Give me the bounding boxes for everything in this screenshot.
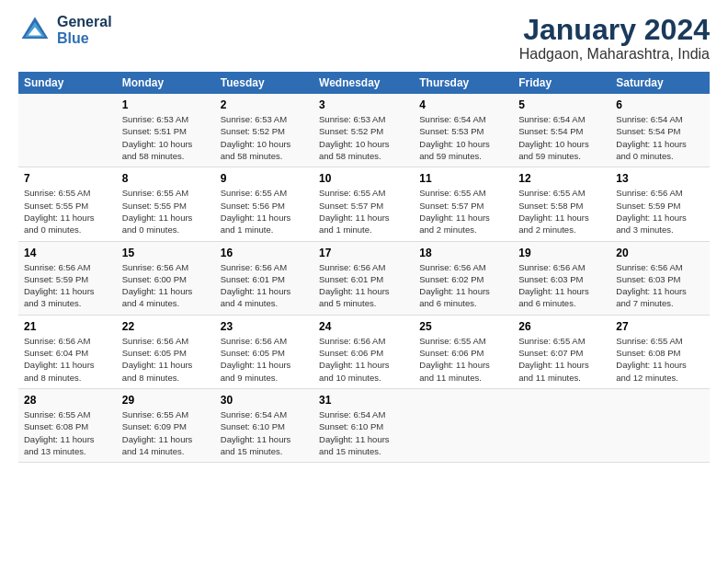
day-number: 14 [24,247,111,259]
day-info: Sunrise: 6:56 AM Sunset: 6:01 PM Dayligh… [221,261,308,310]
day-number: 11 [419,172,507,185]
day-info: Sunrise: 6:55 AM Sunset: 5:55 PM Dayligh… [24,187,111,236]
day-info: Sunrise: 6:56 AM Sunset: 6:02 PM Dayligh… [419,261,507,310]
calendar-cell: 30Sunrise: 6:54 AM Sunset: 6:10 PM Dayli… [215,388,313,462]
day-number: 12 [518,172,605,185]
calendar-cell: 13Sunrise: 6:56 AM Sunset: 5:59 PM Dayli… [610,167,710,241]
day-number: 8 [122,172,210,185]
day-number: 1 [122,98,210,111]
calendar-table: Sunday Monday Tuesday Wednesday Thursday… [18,72,710,463]
calendar-cell [610,388,710,462]
calendar-cell: 18Sunrise: 6:56 AM Sunset: 6:02 PM Dayli… [414,241,513,315]
day-number: 20 [616,247,704,259]
day-number: 25 [419,320,507,333]
calendar-week-3: 14Sunrise: 6:56 AM Sunset: 5:59 PM Dayli… [18,241,710,315]
header-row: Sunday Monday Tuesday Wednesday Thursday… [18,72,710,94]
calendar-cell: 16Sunrise: 6:56 AM Sunset: 6:01 PM Dayli… [215,241,313,315]
calendar-cell: 25Sunrise: 6:55 AM Sunset: 6:06 PM Dayli… [414,315,513,388]
calendar-cell: 29Sunrise: 6:55 AM Sunset: 6:09 PM Dayli… [117,388,215,462]
day-info: Sunrise: 6:53 AM Sunset: 5:51 PM Dayligh… [122,113,210,162]
day-info: Sunrise: 6:56 AM Sunset: 6:04 PM Dayligh… [24,335,111,384]
day-info: Sunrise: 6:55 AM Sunset: 6:09 PM Dayligh… [122,408,210,457]
title-block: January 2024 Hadgaon, Maharashtra, India [519,14,710,63]
calendar-cell: 17Sunrise: 6:56 AM Sunset: 6:01 PM Dayli… [313,241,414,315]
calendar-cell: 12Sunrise: 6:55 AM Sunset: 5:58 PM Dayli… [513,167,610,241]
calendar-week-5: 28Sunrise: 6:55 AM Sunset: 6:08 PM Dayli… [18,388,710,462]
col-friday: Friday [513,72,610,94]
day-info: Sunrise: 6:53 AM Sunset: 5:52 PM Dayligh… [221,113,308,162]
col-saturday: Saturday [610,72,710,94]
day-info: Sunrise: 6:55 AM Sunset: 5:57 PM Dayligh… [319,187,408,236]
day-info: Sunrise: 6:55 AM Sunset: 6:08 PM Dayligh… [616,335,704,384]
calendar-week-2: 7Sunrise: 6:55 AM Sunset: 5:55 PM Daylig… [18,167,710,241]
col-wednesday: Wednesday [313,72,414,94]
day-number: 28 [24,394,111,407]
day-number: 3 [319,98,408,111]
day-number: 19 [518,247,605,259]
day-info: Sunrise: 6:56 AM Sunset: 6:05 PM Dayligh… [221,335,308,384]
calendar-cell: 6Sunrise: 6:54 AM Sunset: 5:54 PM Daylig… [610,94,710,167]
day-info: Sunrise: 6:56 AM Sunset: 5:59 PM Dayligh… [24,261,111,310]
logo: General Blue [18,14,112,47]
calendar-cell: 31Sunrise: 6:54 AM Sunset: 6:10 PM Dayli… [313,388,414,462]
day-number: 6 [616,98,704,111]
day-info: Sunrise: 6:54 AM Sunset: 5:54 PM Dayligh… [518,113,605,162]
day-number: 23 [221,320,308,333]
calendar-cell: 20Sunrise: 6:56 AM Sunset: 6:03 PM Dayli… [610,241,710,315]
day-number: 4 [419,98,507,111]
day-info: Sunrise: 6:56 AM Sunset: 6:05 PM Dayligh… [122,335,210,384]
day-info: Sunrise: 6:54 AM Sunset: 6:10 PM Dayligh… [221,408,308,457]
calendar-cell: 27Sunrise: 6:55 AM Sunset: 6:08 PM Dayli… [610,315,710,388]
calendar-cell: 2Sunrise: 6:53 AM Sunset: 5:52 PM Daylig… [215,94,313,167]
header: General Blue January 2024 Hadgaon, Mahar… [18,14,710,63]
col-monday: Monday [117,72,215,94]
calendar-cell: 22Sunrise: 6:56 AM Sunset: 6:05 PM Dayli… [117,315,215,388]
month-title: January 2024 [519,14,710,46]
day-info: Sunrise: 6:55 AM Sunset: 5:56 PM Dayligh… [221,187,308,236]
calendar-cell [414,388,513,462]
calendar-cell: 15Sunrise: 6:56 AM Sunset: 6:00 PM Dayli… [117,241,215,315]
day-number: 9 [221,172,308,185]
day-number: 16 [221,247,308,259]
calendar-cell: 3Sunrise: 6:53 AM Sunset: 5:52 PM Daylig… [313,94,414,167]
day-number: 2 [221,98,308,111]
calendar-cell: 1Sunrise: 6:53 AM Sunset: 5:51 PM Daylig… [117,94,215,167]
day-info: Sunrise: 6:56 AM Sunset: 6:06 PM Dayligh… [319,335,408,384]
calendar-cell: 10Sunrise: 6:55 AM Sunset: 5:57 PM Dayli… [313,167,414,241]
calendar-week-4: 21Sunrise: 6:56 AM Sunset: 6:04 PM Dayli… [18,315,710,388]
day-number: 30 [221,394,308,407]
day-info: Sunrise: 6:55 AM Sunset: 6:08 PM Dayligh… [24,408,111,457]
day-info: Sunrise: 6:56 AM Sunset: 6:03 PM Dayligh… [616,261,704,310]
day-info: Sunrise: 6:55 AM Sunset: 6:06 PM Dayligh… [419,335,507,384]
day-number: 7 [24,172,111,185]
day-info: Sunrise: 6:54 AM Sunset: 6:10 PM Dayligh… [319,408,408,457]
calendar-cell: 21Sunrise: 6:56 AM Sunset: 6:04 PM Dayli… [18,315,117,388]
calendar-cell: 26Sunrise: 6:55 AM Sunset: 6:07 PM Dayli… [513,315,610,388]
location: Hadgaon, Maharashtra, India [519,46,710,63]
calendar-cell: 8Sunrise: 6:55 AM Sunset: 5:55 PM Daylig… [117,167,215,241]
day-info: Sunrise: 6:54 AM Sunset: 5:53 PM Dayligh… [419,113,507,162]
calendar-cell: 4Sunrise: 6:54 AM Sunset: 5:53 PM Daylig… [414,94,513,167]
day-number: 5 [518,98,605,111]
day-info: Sunrise: 6:55 AM Sunset: 5:57 PM Dayligh… [419,187,507,236]
day-info: Sunrise: 6:55 AM Sunset: 5:55 PM Dayligh… [122,187,210,236]
day-number: 27 [616,320,704,333]
col-tuesday: Tuesday [215,72,313,94]
day-number: 22 [122,320,210,333]
day-info: Sunrise: 6:55 AM Sunset: 5:58 PM Dayligh… [518,187,605,236]
logo-text: General Blue [57,14,112,47]
day-info: Sunrise: 6:56 AM Sunset: 6:03 PM Dayligh… [518,261,605,310]
main-container: General Blue January 2024 Hadgaon, Mahar… [0,0,728,472]
calendar-cell: 9Sunrise: 6:55 AM Sunset: 5:56 PM Daylig… [215,167,313,241]
day-info: Sunrise: 6:53 AM Sunset: 5:52 PM Dayligh… [319,113,408,162]
day-number: 31 [319,394,408,407]
day-number: 18 [419,247,507,259]
col-thursday: Thursday [414,72,513,94]
calendar-cell: 23Sunrise: 6:56 AM Sunset: 6:05 PM Dayli… [215,315,313,388]
calendar-cell: 7Sunrise: 6:55 AM Sunset: 5:55 PM Daylig… [18,167,117,241]
day-number: 21 [24,320,111,333]
calendar-cell: 28Sunrise: 6:55 AM Sunset: 6:08 PM Dayli… [18,388,117,462]
day-number: 15 [122,247,210,259]
calendar-week-1: 1Sunrise: 6:53 AM Sunset: 5:51 PM Daylig… [18,94,710,167]
calendar-cell: 19Sunrise: 6:56 AM Sunset: 6:03 PM Dayli… [513,241,610,315]
